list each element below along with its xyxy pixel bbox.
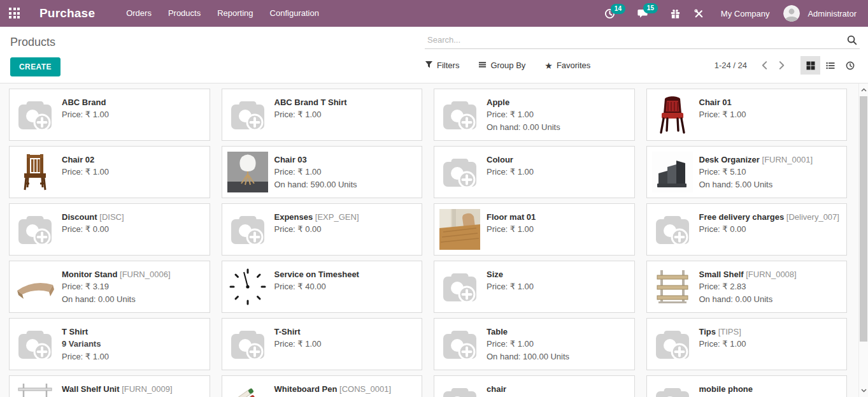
pager-next-button[interactable] [773,59,790,72]
product-price: Price: ₹ 1.00 [274,338,322,350]
product-card[interactable]: Whiteboard Pen CONS_0001 [222,375,423,397]
product-card[interactable]: Small Shelf FURN_0008Price: ₹ 2.83On han… [646,261,848,313]
white-chair-image [227,152,268,192]
search-options-row: Filters Group By ★ Favorites 1-24 / 24 [425,56,860,75]
product-card[interactable]: Service on TimesheetPrice: ₹ 40.00 [222,261,423,313]
activity-view-button[interactable] [840,56,860,75]
user-menu[interactable]: Administrator [805,9,859,18]
breadcrumb: Products [10,36,425,49]
camera-placeholder-icon [439,152,480,192]
product-card[interactable]: Floor mat 01Price: ₹ 1.00 [434,203,635,256]
funnel-icon [425,61,433,71]
product-name: Discount DISC [62,211,124,223]
product-card[interactable]: mobile phone [646,375,848,397]
product-name: Apple [487,96,560,108]
camera-placeholder-icon [227,324,268,365]
company-switcher[interactable]: My Company [718,9,772,18]
pager-range: 1-24 / 24 [715,61,747,70]
camera-placeholder-icon [15,94,55,135]
desk-organizer-image [652,152,693,192]
product-name: Chair 03 [274,154,357,166]
scrollbar-thumb[interactable] [860,96,867,342]
product-card[interactable]: Free delivery charges Delivery_007Price:… [646,203,848,256]
favorites-button[interactable]: ★ Favorites [544,61,590,70]
product-card[interactable]: ColourPrice: ₹ 1.00 [434,146,635,198]
product-card[interactable]: ABC BrandPrice: ₹ 1.00 [9,89,210,141]
product-card[interactable]: Chair 02Price: ₹ 1.00 [9,146,210,198]
product-card[interactable]: T Shirt9 VariantsPrice: ₹ 1.00 [9,318,210,370]
camera-placeholder-icon [439,324,480,365]
menu-item-orders[interactable]: Orders [118,0,160,27]
product-name: T Shirt [62,326,109,338]
product-card[interactable]: Tips TIPSPrice: ₹ 1.00 [646,318,848,370]
control-panel: Products CREATE Filters Group By ★ Favor… [0,27,868,83]
pager-previous-button[interactable] [756,59,773,72]
product-name: mobile phone [699,383,753,395]
apps-grid-icon[interactable] [9,8,20,19]
product-on-hand: On hand: 590.00 Units [274,178,357,191]
group-by-button[interactable]: Group By [478,61,525,71]
menu-item-reporting[interactable]: Reporting [209,0,261,27]
product-card[interactable]: Chair 03Price: ₹ 1.00On hand: 590.00 Uni… [222,146,423,198]
product-card[interactable]: Monitor Stand FURN_0006Price: ₹ 3.19On h… [9,261,210,313]
product-card[interactable]: chair [434,375,635,397]
star-icon: ★ [544,61,553,70]
product-code: Delivery_007 [786,212,839,222]
tools-icon[interactable] [690,6,708,22]
chevron-down-icon[interactable] [859,386,868,395]
product-card[interactable]: Wall Shelf Unit FURN_0009 [9,375,210,397]
product-price: Price: ₹ 1.00 [699,108,746,121]
menu-item-configuration[interactable]: Configuration [262,0,327,27]
product-code: EXP_GEN [315,212,359,222]
filters-button[interactable]: Filters [425,61,459,71]
magnifier-icon[interactable] [845,34,858,45]
product-card[interactable]: ApplePrice: ₹ 1.00On hand: 0.00 Units [434,89,635,141]
product-card[interactable]: Expenses EXP_GENPrice: ₹ 0.00 [222,203,423,256]
product-price: Price: ₹ 1.00 [699,338,746,350]
product-card[interactable]: Desk Organizer FURN_0001Price: ₹ 5.10On … [646,146,848,198]
gift-icon[interactable] [666,6,685,22]
product-code: FURN_0006 [120,270,171,279]
product-name: Wall Shelf Unit FURN_0009 [62,383,173,395]
product-name: Service on Timesheet [274,268,359,280]
whiteboard-pen-image [227,381,268,397]
create-button[interactable]: CREATE [10,57,60,76]
camera-placeholder-icon [652,209,693,250]
timesheet-clock-image [227,266,268,307]
topbar-systray: 14 15 My Company Administrator [601,5,859,22]
activities-clock-icon[interactable]: 14 [601,6,619,22]
product-card[interactable]: ABC Brand T ShirtPrice: ₹ 1.00 [222,89,423,141]
product-card[interactable]: T-ShirtPrice: ₹ 1.00 [222,318,423,370]
camera-placeholder-icon [227,209,268,250]
product-price: Price: ₹ 1.00 [487,108,560,121]
camera-placeholder-icon [227,94,268,135]
search-input[interactable] [426,34,845,45]
menu-item-products[interactable]: Products [160,0,209,27]
kanban-view-button[interactable] [800,56,820,75]
product-card[interactable]: Discount DISCPrice: ₹ 0.00 [9,203,210,256]
product-card[interactable]: TablePrice: ₹ 1.00On hand: 100.00 Units [434,318,635,370]
chevron-up-icon[interactable] [859,85,868,94]
camera-placeholder-icon [652,324,693,365]
product-name: Size [487,268,534,280]
product-name: Free delivery charges Delivery_007 [699,211,839,223]
camera-placeholder-icon [439,381,480,397]
camera-placeholder-icon [439,266,480,307]
product-card[interactable]: Chair 01Price: ₹ 1.00 [646,89,848,141]
list-view-button[interactable] [820,56,840,75]
avatar[interactable] [783,5,800,22]
product-code: DISC [99,212,124,222]
activities-count-badge: 14 [611,4,625,14]
product-name: Small Shelf FURN_0008 [699,268,797,280]
vertical-scrollbar[interactable] [858,83,868,397]
wooden-chair-image [15,152,55,192]
messages-chat-icon[interactable]: 15 [633,5,652,22]
app-title: Purchase [39,6,95,20]
product-price: Price: ₹ 0.00 [274,223,359,236]
product-price: Price: ₹ 2.83 [699,280,797,293]
product-price: Price: ₹ 1.00 [274,166,357,178]
product-price: Price: ₹ 3.19 [62,280,171,293]
product-card[interactable]: SizePrice: ₹ 1.00 [434,261,635,313]
floor-mat-image [439,209,480,250]
product-name: Whiteboard Pen CONS_0001 [274,383,392,395]
